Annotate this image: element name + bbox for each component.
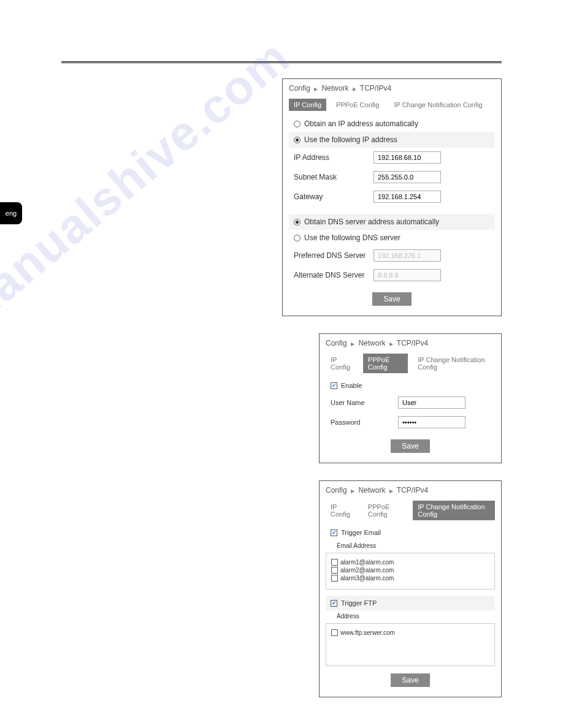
tab-ip-config[interactable]: IP Config	[326, 354, 358, 373]
checkbox-checked-icon	[331, 600, 337, 607]
gateway-input[interactable]	[373, 191, 441, 203]
chevron-right-icon: ▶	[353, 86, 356, 92]
tab-pppoe-config[interactable]: PPPoE Config	[331, 99, 384, 111]
field-label: IP Address	[294, 153, 373, 162]
option-label: Use the following DNS server	[304, 233, 400, 242]
tab-ip-change-notif[interactable]: IP Change Notification Config	[413, 354, 495, 373]
list-item[interactable]: alarm2@alarm.com	[331, 566, 489, 574]
option-label: Enable	[341, 382, 362, 389]
option-use-static-ip[interactable]: Use the following IP address	[289, 132, 495, 148]
password-input[interactable]	[398, 416, 465, 428]
option-use-static-dns[interactable]: Use the following DNS server	[289, 230, 495, 246]
field-label: Gateway	[294, 192, 373, 201]
tab-ip-change-notif[interactable]: IP Change Notification Config	[389, 99, 487, 111]
crumb-network: Network	[358, 339, 385, 347]
language-tab: eng	[0, 202, 22, 224]
email-address-label: Email Address	[326, 540, 495, 550]
ftp-list-box: www.ftp.serwer.com	[326, 623, 495, 666]
header-rule	[61, 61, 502, 63]
crumb-config: Config	[289, 84, 310, 93]
option-trigger-ftp[interactable]: Trigger FTP	[326, 596, 495, 610]
field-label: Preferred DNS Server	[294, 251, 373, 260]
alternate-dns-input[interactable]	[373, 269, 441, 281]
email-text: alarm3@alarm.com	[340, 575, 394, 582]
chevron-right-icon: ▶	[314, 86, 318, 92]
save-button[interactable]: Save	[391, 439, 429, 453]
chevron-right-icon: ▶	[351, 341, 354, 347]
radio-icon	[294, 235, 301, 241]
checkbox-checked-icon	[331, 529, 337, 536]
ftp-address-label: Address	[326, 610, 495, 621]
chevron-right-icon: ▶	[389, 488, 393, 494]
list-item[interactable]: alarm3@alarm.com	[331, 574, 489, 582]
option-obtain-ip-auto[interactable]: Obtain an IP address automatically	[289, 116, 495, 132]
option-enable-pppoe[interactable]: Enable	[326, 378, 495, 393]
tab-ip-change-notif[interactable]: IP Change Notification Config	[413, 501, 495, 520]
option-obtain-dns-auto[interactable]: Obtain DNS server address automatically	[289, 214, 495, 230]
tab-pppoe-config[interactable]: PPPoE Config	[363, 354, 408, 373]
field-label: Password	[331, 419, 398, 426]
checkbox-icon	[331, 559, 338, 566]
field-username: User Name	[326, 393, 495, 412]
option-label: Obtain an IP address automatically	[304, 119, 418, 128]
email-text: alarm2@alarm.com	[340, 567, 394, 574]
option-label: Use the following IP address	[304, 135, 397, 144]
option-label: Obtain DNS server address automatically	[304, 218, 439, 226]
field-subnet-mask: Subnet Mask	[289, 167, 495, 187]
field-password: Password	[326, 412, 495, 432]
tabs: IP Config PPPoE Config IP Change Notific…	[326, 354, 495, 373]
breadcrumb: Config ▶ Network ▶ TCP/IPv4	[289, 84, 495, 99]
breadcrumb: Config ▶ Network ▶ TCP/IPv4	[326, 339, 495, 354]
crumb-tcpip: TCP/IPv4	[397, 486, 428, 495]
option-label: Trigger Email	[341, 529, 381, 536]
crumb-tcpip: TCP/IPv4	[360, 84, 391, 93]
email-text: alarm1@alarm.com	[340, 559, 394, 566]
checkbox-icon	[331, 629, 338, 636]
field-label: User Name	[331, 399, 398, 406]
save-button[interactable]: Save	[372, 292, 411, 306]
panel-pppoe: Config ▶ Network ▶ TCP/IPv4 IP Config PP…	[319, 333, 502, 463]
ip-address-input[interactable]	[373, 151, 441, 164]
tab-ip-config[interactable]: IP Config	[326, 501, 358, 520]
crumb-tcpip: TCP/IPv4	[397, 339, 428, 347]
crumb-network: Network	[358, 486, 385, 495]
email-list-box: alarm1@alarm.com alarm2@alarm.com alarm3…	[326, 553, 495, 590]
crumb-network: Network	[321, 84, 348, 93]
save-button[interactable]: Save	[391, 673, 429, 687]
radio-icon	[294, 121, 301, 127]
radio-checked-icon	[294, 219, 301, 226]
subnet-mask-input[interactable]	[373, 171, 441, 183]
radio-checked-icon	[294, 137, 301, 143]
checkbox-icon	[331, 575, 338, 582]
list-item[interactable]: www.ftp.serwer.com	[331, 629, 489, 637]
field-gateway: Gateway	[289, 187, 495, 207]
tabs: IP Config PPPoE Config IP Change Notific…	[289, 99, 495, 111]
crumb-config: Config	[326, 486, 347, 495]
checkbox-checked-icon	[331, 382, 337, 389]
breadcrumb: Config ▶ Network ▶ TCP/IPv4	[326, 486, 495, 501]
field-label: Subnet Mask	[294, 173, 373, 181]
tab-pppoe-config[interactable]: PPPoE Config	[363, 501, 408, 520]
tabs: IP Config PPPoE Config IP Change Notific…	[326, 501, 495, 520]
crumb-config: Config	[326, 339, 347, 347]
panel-ip-change-notif: Config ▶ Network ▶ TCP/IPv4 IP Config PP…	[319, 480, 502, 697]
field-alternate-dns: Alternate DNS Server	[289, 265, 495, 285]
username-input[interactable]	[398, 396, 465, 409]
tab-ip-config[interactable]: IP Config	[289, 99, 326, 111]
field-preferred-dns: Preferred DNS Server	[289, 246, 495, 265]
option-label: Trigger FTP	[341, 599, 377, 607]
preferred-dns-input[interactable]	[373, 249, 441, 262]
list-item[interactable]: alarm1@alarm.com	[331, 558, 489, 566]
field-ip-address: IP Address	[289, 148, 495, 167]
panel-ip-config: Config ▶ Network ▶ TCP/IPv4 IP Config PP…	[282, 78, 502, 316]
chevron-right-icon: ▶	[351, 488, 354, 494]
ftp-text: www.ftp.serwer.com	[340, 629, 395, 636]
option-trigger-email[interactable]: Trigger Email	[326, 525, 495, 540]
chevron-right-icon: ▶	[389, 341, 393, 347]
checkbox-icon	[331, 567, 338, 574]
field-label: Alternate DNS Server	[294, 271, 373, 279]
